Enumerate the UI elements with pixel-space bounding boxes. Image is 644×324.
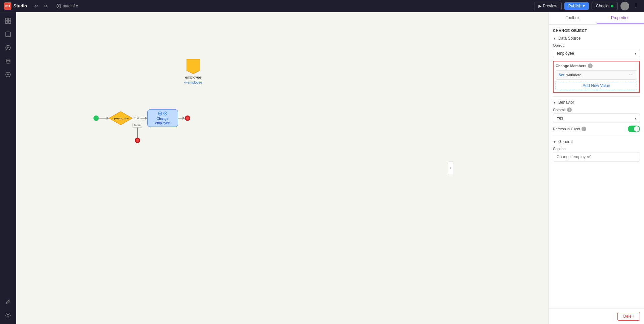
- behavior-chevron-icon: ▼: [553, 101, 556, 104]
- svg-point-7: [6, 59, 10, 61]
- true-label: true: [132, 117, 140, 120]
- svg-marker-11: [187, 59, 200, 74]
- divider-2: [553, 136, 640, 136]
- object-select-value: employee: [557, 51, 574, 56]
- structure-icon: [5, 18, 11, 24]
- entity-shape-icon: [187, 59, 200, 74]
- checks-status-dot: [611, 5, 613, 7]
- object-field-group: Object employee ▾: [553, 43, 640, 58]
- false-end-node: [135, 138, 140, 143]
- flow-start-node: [93, 115, 99, 121]
- pen-icon: [5, 299, 11, 305]
- object-select[interactable]: employee ▾: [553, 49, 640, 58]
- behavior-header[interactable]: ▼ Behavior: [553, 100, 640, 105]
- entity-sublabel: ⟳ employee: [184, 81, 202, 84]
- svg-rect-1: [5, 18, 8, 20]
- member-name: workdate: [566, 73, 626, 77]
- panel-footer: Dele ›: [549, 308, 644, 324]
- svg-rect-5: [6, 32, 10, 37]
- commit-label: Commit: [553, 108, 566, 112]
- svg-rect-3: [5, 21, 8, 24]
- publish-chevron-icon: ▾: [583, 4, 585, 8]
- more-options-button[interactable]: ⋮: [632, 2, 640, 10]
- change-box-line1: Change: [157, 117, 168, 121]
- svg-rect-2: [8, 18, 11, 20]
- sidebar-item-compass[interactable]: [2, 68, 14, 81]
- member-more-button[interactable]: ⋯: [628, 72, 634, 78]
- avatar[interactable]: [620, 2, 629, 10]
- refresh-info-icon[interactable]: i: [581, 127, 586, 131]
- canvas[interactable]: › employee ⟳ employee: [16, 12, 549, 324]
- behavior-label: Behavior: [558, 100, 574, 105]
- delete-chevron-icon: ›: [633, 314, 634, 319]
- false-label: false: [132, 123, 142, 128]
- commit-select[interactable]: Yes ▾: [553, 113, 640, 123]
- change-box-line2: 'employee': [155, 121, 170, 125]
- object-select-chevron-icon: ▾: [635, 52, 636, 55]
- settings-icon: [5, 312, 11, 318]
- autoinf-chevron-icon: ▾: [76, 4, 78, 8]
- caption-input[interactable]: [553, 152, 640, 161]
- refresh-label-group: Refresh in Client i: [553, 127, 586, 131]
- general-section: ▼ General Caption: [553, 139, 640, 161]
- refresh-in-client-row: Refresh in Client i: [553, 126, 640, 132]
- logo-icon: mx: [4, 2, 11, 10]
- refresh-label: Refresh in Client: [553, 127, 580, 131]
- behavior-section: ▼ Behavior Commit i Yes ▾: [553, 100, 640, 132]
- data-source-header[interactable]: ▼ Data Source: [553, 36, 640, 41]
- undo-button[interactable]: ↩: [32, 2, 40, 10]
- sidebar-item-pages[interactable]: [2, 28, 14, 40]
- data-source-section: ▼ Data Source Object employee ▾ Change M…: [553, 36, 640, 93]
- divider-1: [553, 96, 640, 97]
- publish-button[interactable]: Publish ▾: [564, 2, 589, 10]
- redo-button[interactable]: ↪: [42, 2, 50, 10]
- delete-button[interactable]: Dele ›: [617, 312, 640, 321]
- commit-label-row: Commit i: [553, 107, 640, 112]
- entity-employee: employee ⟳ employee: [184, 59, 202, 84]
- play-icon: [5, 45, 11, 51]
- flow-arrow-2: [140, 118, 147, 119]
- preview-play-icon: ▶: [538, 4, 541, 8]
- svg-point-8: [6, 72, 10, 77]
- autoinf-icon: [56, 4, 61, 8]
- data-source-label: Data Source: [558, 36, 581, 41]
- commit-select-chevron-icon: ▾: [635, 117, 636, 120]
- sidebar-item-settings[interactable]: [2, 309, 14, 321]
- flow-arrow-1: [99, 118, 109, 119]
- member-row: Set workdate ⋯: [556, 70, 637, 80]
- checks-button[interactable]: Checks: [592, 2, 618, 10]
- change-members-info-icon[interactable]: i: [588, 63, 593, 68]
- change-members-section: Change Members i Set workdate ⋯ Add New …: [553, 61, 640, 93]
- refresh-toggle[interactable]: [628, 126, 640, 132]
- add-new-value-button[interactable]: Add New Value: [556, 81, 637, 90]
- app-title: Studio: [13, 3, 27, 8]
- false-branch-line: [137, 128, 138, 138]
- database-icon: [5, 58, 11, 64]
- svg-point-9: [7, 74, 9, 75]
- general-chevron-icon: ▼: [553, 140, 556, 144]
- entity-label: employee: [185, 75, 201, 79]
- general-header[interactable]: ▼ General: [553, 139, 640, 144]
- tab-properties[interactable]: Properties: [597, 12, 644, 24]
- autoinf-button[interactable]: autoinf ▾: [54, 2, 81, 10]
- sidebar-item-play[interactable]: [2, 42, 14, 54]
- preview-button[interactable]: ▶ Preview: [534, 2, 562, 10]
- right-panel: Toolbox Properties CHANGE OBJECT ▼ Data …: [549, 12, 644, 324]
- general-label: General: [558, 139, 573, 144]
- sidebar-item-structure[interactable]: [2, 15, 14, 27]
- flow-arrow-3: [178, 118, 185, 119]
- change-object-box[interactable]: Change 'employee': [147, 109, 178, 127]
- tab-toolbox[interactable]: Toolbox: [549, 12, 597, 24]
- svg-rect-4: [8, 21, 11, 24]
- change-box-icons: [158, 111, 167, 115]
- toggle-knob: [634, 126, 639, 132]
- collapse-panel-button[interactable]: ›: [448, 161, 453, 175]
- sidebar-item-pen[interactable]: [2, 296, 14, 308]
- app-logo: mx Studio: [4, 2, 27, 10]
- commit-info-icon[interactable]: i: [567, 107, 572, 112]
- decision-diamond-wrapper: nployee_nam: [109, 111, 132, 125]
- sidebar-item-database[interactable]: [2, 55, 14, 67]
- undo-redo-group: ↩ ↪: [32, 2, 50, 10]
- svg-text:nployee_nam: nployee_nam: [113, 117, 129, 120]
- caption-label: Caption: [553, 147, 640, 151]
